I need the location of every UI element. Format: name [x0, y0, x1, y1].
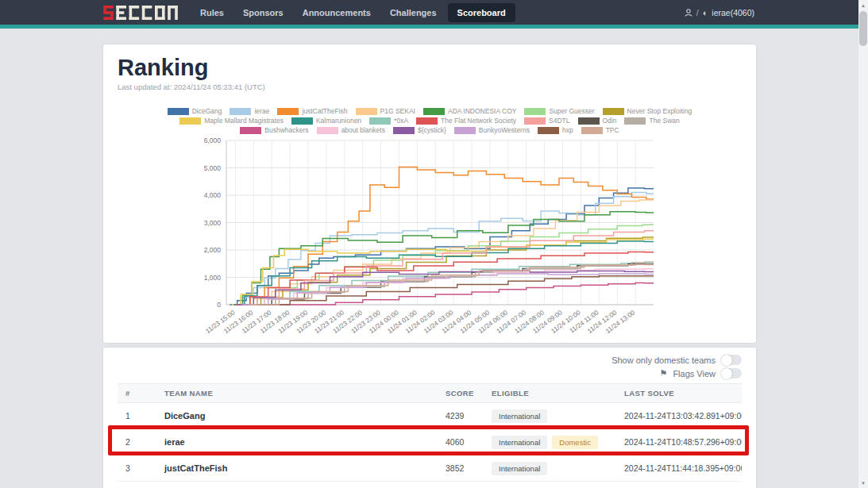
- legend-swatch: [538, 127, 559, 134]
- legend-label: Maple Mallard Magistrates: [204, 117, 284, 125]
- legend-item[interactable]: ${cystick}: [393, 126, 446, 134]
- last-solve-cell: 2024-11-24T04:34:02.53+09:00: [616, 482, 742, 488]
- nav-item-rules[interactable]: Rules: [192, 4, 232, 21]
- legend-label: Kalmarunionen: [316, 117, 361, 125]
- column-header: #: [118, 384, 156, 403]
- legend-swatch: [578, 117, 600, 125]
- legend-item[interactable]: S4DTL: [524, 117, 569, 125]
- table-header: #TEAM NAMESCOREELIGIBLELAST SOLVE: [118, 384, 742, 403]
- scoreboard-card: Show only domestic teams ⚑︎ Flags View #…: [103, 348, 756, 488]
- legend-swatch: [317, 127, 338, 134]
- legend-item[interactable]: *0xA: [369, 117, 408, 125]
- nav-item-sponsors[interactable]: Sponsors: [235, 4, 291, 21]
- flag-icon: ◐︎⁠: [703, 8, 708, 17]
- legend-label: DiceGang: [192, 107, 222, 115]
- legend-label: BunkyoWesterns: [479, 126, 530, 134]
- nav-item-announcements[interactable]: Announcements: [295, 4, 379, 21]
- legend-item[interactable]: Kalmarunionen: [291, 117, 361, 125]
- international-badge: International: [492, 462, 547, 475]
- score-cell: 4239: [438, 403, 484, 429]
- legend-item[interactable]: BunkyoWesterns: [454, 126, 530, 134]
- ranking-card: Ranking Last updated at: 2024/11/24 05:2…: [103, 44, 756, 343]
- legend-label: S4DTL: [549, 117, 569, 125]
- page-title: Ranking: [118, 54, 742, 81]
- international-badge: International: [492, 409, 547, 423]
- ranking-table-wrap: #TEAM NAMESCOREELIGIBLELAST SOLVE 1DiceG…: [118, 383, 742, 488]
- column-header: SCORE: [438, 384, 484, 403]
- team-cell: justCatTheFish: [156, 455, 438, 482]
- legend-item[interactable]: Never Stop Exploiting: [603, 107, 692, 115]
- scrollbar-thumb[interactable]: [859, 11, 867, 46]
- nav-menu: RulesSponsorsAnnouncementsChallengesScor…: [192, 3, 685, 22]
- legend-swatch: [603, 108, 624, 115]
- nav-item-scoreboard[interactable]: Scoreboard: [448, 3, 515, 22]
- legend-item[interactable]: ADA INDONESIA COY: [423, 107, 516, 115]
- eligible-cell: International: [484, 403, 616, 429]
- international-badge: International: [492, 436, 547, 449]
- legend-swatch: [179, 117, 201, 125]
- nav-user-separator: /: [696, 8, 699, 17]
- legend-item[interactable]: P1G SEKAI: [356, 107, 415, 115]
- scrollbar-up-arrow[interactable]: ▲: [858, 0, 868, 10]
- legend-item[interactable]: DiceGang: [168, 107, 222, 115]
- flags-view-row: ⚑︎ Flags View: [114, 367, 742, 379]
- flags-view-toggle[interactable]: [721, 368, 742, 378]
- legend-label: TPC: [606, 126, 619, 134]
- legend-swatch: [393, 127, 415, 134]
- rank-cell: 2: [118, 429, 156, 455]
- legend-item[interactable]: The Swan: [624, 117, 679, 125]
- column-header: ELIGIBLE: [484, 384, 616, 403]
- last-updated-text: Last updated at: 2024/11/24 05:23:41 (UT…: [118, 83, 742, 91]
- legend-swatch: [524, 108, 546, 115]
- score-chart: 11/23 15:0011/23 16:0011/23 17:0011/23 1…: [118, 136, 673, 336]
- legend-item[interactable]: Odin: [578, 117, 617, 125]
- eligible-cell: International: [484, 455, 616, 482]
- legend-swatch: [416, 117, 438, 125]
- ranking-table: #TEAM NAMESCOREELIGIBLELAST SOLVE 1DiceG…: [118, 383, 742, 488]
- team-name: DiceGang: [164, 411, 205, 421]
- legend-item[interactable]: TPC: [581, 126, 619, 134]
- table-row: 3justCatTheFish3852International2024-11-…: [118, 455, 742, 482]
- legend-row: Maple Mallard MagistratesKalmarunionen*0…: [118, 117, 742, 125]
- legend-swatch: [624, 117, 646, 125]
- legend-item[interactable]: Super Guesser: [524, 107, 594, 115]
- nav-item-challenges[interactable]: Challenges: [382, 4, 445, 21]
- legend-item[interactable]: Maple Mallard Magistrates: [179, 117, 284, 125]
- legend-label: ADA INDONESIA COY: [448, 107, 516, 115]
- toggle-knob: [721, 368, 732, 379]
- rank-cell: 3: [118, 455, 156, 482]
- legend-label: about blankets: [341, 126, 385, 134]
- user-icon: [685, 9, 692, 17]
- seccon-logo-icon: [103, 6, 178, 20]
- rank-cell: 1: [118, 403, 156, 429]
- y-tick-label: 4,000: [204, 191, 222, 199]
- legend-swatch: [277, 108, 299, 115]
- legend-item[interactable]: Bushwhackers: [240, 126, 308, 134]
- legend-label: Never Stop Exploiting: [627, 107, 692, 115]
- team-cell: P1G SEKAI: [156, 482, 438, 488]
- seccon-logo[interactable]: [103, 6, 178, 20]
- eligible-cell: International: [484, 482, 616, 488]
- nav-user[interactable]: / ◐︎⁠ ierae(4060): [685, 8, 754, 17]
- scrollbar-down-arrow[interactable]: ▼: [858, 478, 868, 488]
- flag-icon: ⚑︎: [660, 368, 668, 378]
- score-cell: 3852: [438, 455, 484, 482]
- domestic-filter-toggle[interactable]: [721, 355, 742, 365]
- y-tick-label: 3,000: [204, 219, 222, 227]
- last-solve-cell: 2024-11-24T11:44:18.395+09:00: [616, 455, 742, 482]
- legend-item[interactable]: ierae: [230, 107, 269, 115]
- legend-swatch: [423, 108, 445, 115]
- nav-user-name: ierae(4060): [712, 8, 754, 17]
- legend-label: Super Guesser: [549, 107, 594, 115]
- legend-item[interactable]: The Flat Network Society: [416, 117, 516, 125]
- legend-item[interactable]: about blankets: [317, 126, 385, 134]
- table-row: 4P1G SEKAI3827International2024-11-24T04…: [118, 482, 742, 488]
- legend-item[interactable]: hxp: [538, 126, 573, 134]
- table-row: 2ierae4060InternationalDomestic2024-11-2…: [118, 429, 742, 455]
- y-tick-label: 6,000: [204, 136, 222, 144]
- page-scrollbar[interactable]: ▲ ▼: [858, 0, 868, 488]
- legend-item[interactable]: justCatTheFish: [277, 107, 347, 115]
- legend-swatch: [581, 127, 603, 134]
- last-solve-cell: 2024-11-24T10:48:57.296+09:00: [616, 429, 742, 455]
- legend-swatch: [524, 117, 546, 125]
